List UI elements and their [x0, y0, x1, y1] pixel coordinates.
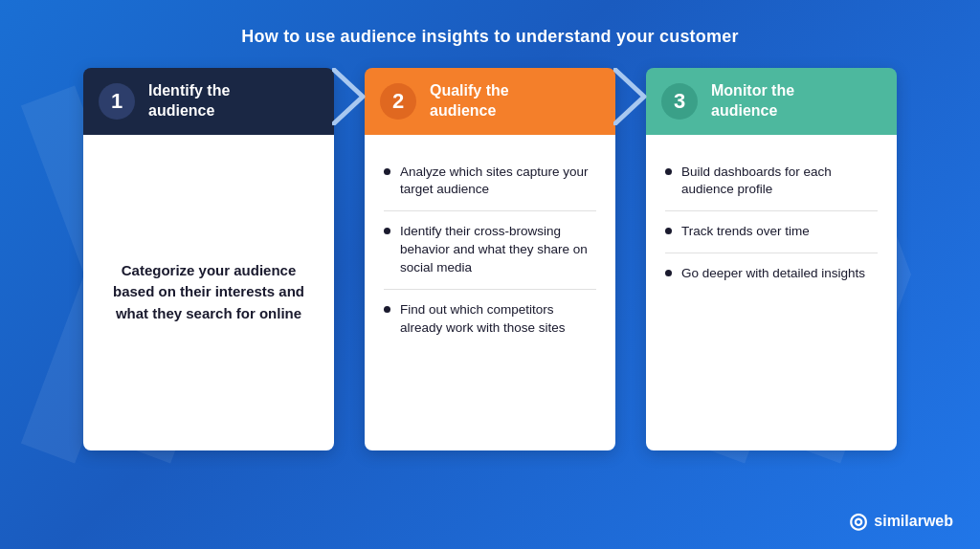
card-1-title: Identify the audience — [148, 81, 230, 121]
card-identify: 1 Identify the audience Categorize your … — [83, 68, 334, 450]
card-2-header: 2 Qualify the audience — [365, 68, 615, 135]
step-number-3: 3 — [661, 83, 698, 120]
chevron-1 — [332, 68, 367, 125]
bullet-item-2-0: Analyze which sites capture your target … — [384, 152, 596, 212]
step-number-1: 1 — [99, 83, 135, 120]
bullet-dot — [384, 228, 390, 234]
bullet-item-2-1: Identify their cross-browsing behavior a… — [384, 211, 596, 290]
brand-name: similarweb — [874, 513, 953, 530]
card-qualify: 2 Qualify the audience Analyze which sit… — [365, 68, 615, 450]
card-2-body: Analyze which sites capture your target … — [365, 135, 615, 450]
step-number-2: 2 — [380, 83, 416, 120]
card-2-bullet-list: Analyze which sites capture your target … — [384, 152, 596, 349]
card-wrapper-2: 2 Qualify the audience Analyze which sit… — [365, 68, 615, 450]
bullet-text-3-2: Go deeper with detailed insights — [681, 265, 865, 283]
bullet-text-3-0: Build dashboards for each audience profi… — [681, 164, 878, 200]
card-3-title: Monitor the audience — [711, 81, 794, 121]
bullet-dot — [665, 270, 672, 276]
bullet-dot — [384, 168, 390, 175]
card-monitor: 3 Monitor the audience Build dashboards … — [646, 68, 897, 450]
bullet-text-2-2: Find out which competitors already work … — [400, 301, 596, 338]
bullet-text-2-1: Identify their cross-browsing behavior a… — [400, 223, 596, 277]
bullet-dot — [665, 228, 672, 234]
bullet-text-2-0: Analyze which sites capture your target … — [400, 164, 596, 200]
chevron-2 — [613, 68, 648, 125]
card-1-body: Categorize your audience based on their … — [83, 135, 334, 450]
bullet-dot — [384, 306, 390, 313]
page-title: How to use audience insights to understa… — [0, 0, 980, 68]
cards-container: 1 Identify the audience Categorize your … — [0, 68, 980, 450]
card-1-header: 1 Identify the audience — [83, 68, 334, 135]
card-3-bullet-list: Build dashboards for each audience profi… — [665, 152, 878, 296]
card-2-title: Qualify the audience — [430, 81, 509, 121]
bullet-item-3-0: Build dashboards for each audience profi… — [665, 152, 878, 212]
brand-icon: ◎ — [849, 509, 867, 534]
card-3-header: 3 Monitor the audience — [646, 68, 897, 135]
bullet-item-2-2: Find out which competitors already work … — [384, 290, 596, 349]
bullet-dot — [665, 168, 672, 175]
card-wrapper-3: 3 Monitor the audience Build dashboards … — [646, 68, 897, 450]
card-1-body-text: Categorize your audience based on their … — [102, 260, 315, 325]
card-3-body: Build dashboards for each audience profi… — [646, 135, 897, 450]
bullet-text-3-1: Track trends over time — [681, 223, 810, 241]
bullet-item-3-2: Go deeper with detailed insights — [665, 253, 878, 295]
card-wrapper-1: 1 Identify the audience Categorize your … — [83, 68, 334, 450]
bullet-item-3-1: Track trends over time — [665, 211, 878, 253]
brand-logo: ◎ similarweb — [849, 509, 953, 534]
